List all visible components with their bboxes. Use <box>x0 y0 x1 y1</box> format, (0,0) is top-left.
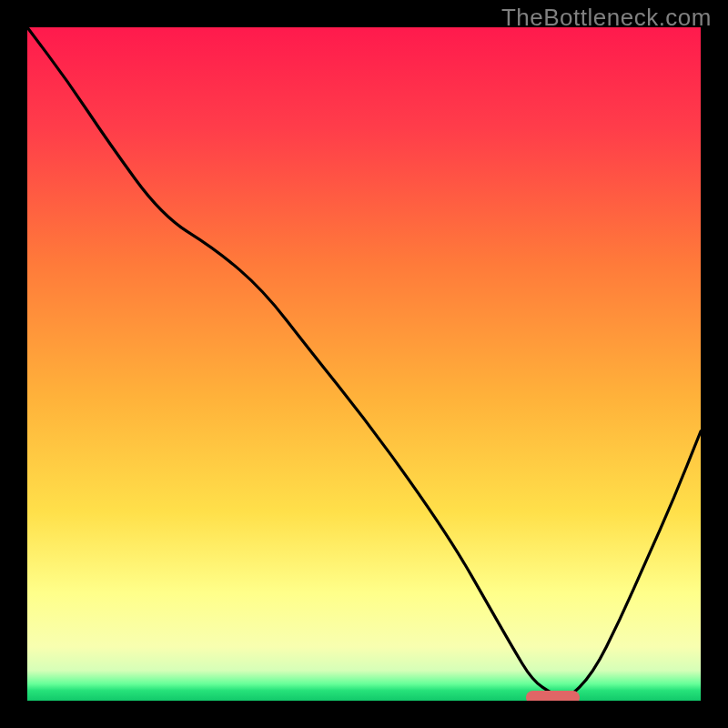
optimal-point-marker <box>526 691 580 701</box>
chart-frame: TheBottleneck.com <box>0 0 728 728</box>
plot-area <box>27 27 701 701</box>
bottleneck-curve <box>27 27 701 701</box>
